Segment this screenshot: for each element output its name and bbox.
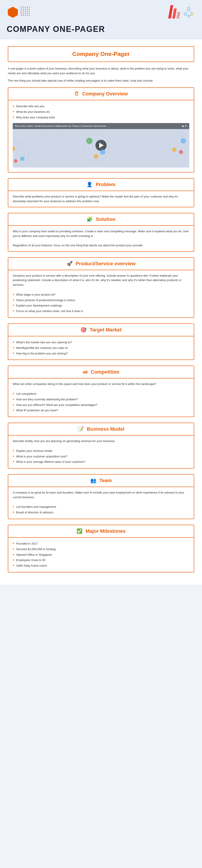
intro-para1: A one-pager is a brief outline of your b… — [8, 66, 194, 76]
list-item: What do your business do — [13, 109, 189, 115]
title-box-text: Company One-Pager — [72, 51, 130, 57]
dots-icon — [21, 7, 31, 17]
list-item: What IP protection do you have? — [13, 408, 189, 413]
milestone-item: Secured $1,000,000 in funding — [13, 547, 189, 552]
page-title-area: COMPANY ONE-PAGER — [0, 22, 202, 39]
svg-point-22 — [180, 138, 186, 144]
svg-point-4 — [184, 13, 186, 15]
list-item: How are you different? What are your com… — [13, 402, 189, 408]
competition-list: List competitors How are they currently … — [13, 391, 189, 413]
svg-point-5 — [191, 13, 193, 15]
product-body: Introduce your product or service with a… — [13, 274, 189, 287]
solution-body1: Why is your company best suited to provi… — [13, 229, 189, 239]
header-logo-right — [169, 5, 195, 19]
svg-point-15 — [14, 159, 18, 163]
list-item: Describe who are you. — [13, 104, 189, 109]
target-icon: 🎯 — [80, 327, 86, 333]
section-competition: 🏎 Competition What are other companies d… — [8, 366, 194, 417]
section-header-milestones: ✅ Major Milestones — [8, 525, 194, 538]
header — [0, 0, 202, 22]
list-item: List founders and management — [13, 504, 189, 510]
svg-point-6 — [188, 16, 190, 17]
svg-line-9 — [185, 15, 188, 16]
problem-body: Describe what problems your product or s… — [13, 194, 189, 204]
list-item: Explain your development roadmap. — [13, 303, 189, 309]
list-item: What is your customer acquisition cost? — [13, 454, 189, 459]
solution-body2: Regardless of all your features, focus o… — [13, 243, 189, 248]
solution-icon: 🧩 — [86, 216, 93, 222]
video-embed[interactable]: Bit.ai Intro Video: Smart Document Colla… — [13, 123, 189, 167]
svg-rect-2 — [21, 7, 31, 17]
product-content: Introduce your product or service with a… — [8, 270, 194, 317]
solution-title: Solution — [96, 216, 116, 222]
svg-marker-0 — [8, 7, 18, 18]
section-product-service: 🚀 Product/Service overview Introduce you… — [8, 257, 194, 318]
milestone-item: Employees Grew to 50 — [13, 557, 189, 563]
section-header-competition: 🏎 Competition — [8, 366, 194, 378]
team-body: A company is as good as its team and fou… — [13, 490, 189, 500]
title-box: Company One-Pager — [8, 46, 194, 62]
section-header-company-overview: 🗒 Company Overview — [8, 88, 194, 100]
section-header-business-model: 📝 Business Model — [8, 423, 194, 436]
business-icon: 📝 — [78, 426, 84, 432]
svg-point-24 — [179, 150, 183, 154]
svg-line-10 — [188, 15, 192, 16]
intro-text: A one-pager is a brief outline of your b… — [8, 66, 194, 83]
svg-point-23 — [172, 148, 177, 152]
product-icon: 🚀 — [67, 261, 73, 267]
list-item: Explain your revenue model. — [13, 448, 189, 454]
section-solution: 🧩 Solution Why is your company best suit… — [8, 213, 194, 251]
hex-icon — [7, 6, 19, 18]
problem-icon: 👤 — [86, 182, 93, 187]
header-logo-left — [7, 6, 31, 18]
product-title: Product/Service overview — [76, 261, 136, 267]
competition-icon: 🏎 — [83, 369, 87, 375]
svg-line-8 — [188, 10, 192, 13]
competition-title: Competition — [91, 369, 119, 375]
svg-point-21 — [169, 135, 189, 155]
stripes-icon — [169, 5, 180, 19]
section-header-product-service: 🚀 Product/Service overview — [8, 258, 194, 270]
milestones-content: Founded in 2017 Secured $1,000,000 in fu… — [8, 538, 194, 572]
section-company-overview: 🗒 Company Overview Describe who are you.… — [8, 87, 194, 172]
svg-point-20 — [94, 154, 98, 159]
team-icon: 👥 — [90, 478, 96, 483]
milestones-title: Major Milestones — [85, 528, 125, 534]
competition-body: What are other companies doing in this s… — [13, 382, 189, 386]
list-item: How big is the problem you are solving? — [13, 351, 189, 356]
svg-line-7 — [185, 10, 188, 13]
list-item: Focus on what your solution does, not ho… — [13, 309, 189, 314]
video-bg-svg — [13, 123, 189, 167]
list-item: Identify/profile the customer you cater … — [13, 345, 189, 351]
target-list: What's the market size you are catering … — [13, 340, 189, 356]
milestones-list: Founded in 2017 Secured $1,000,000 in fu… — [13, 541, 189, 569]
svg-point-19 — [100, 149, 105, 155]
team-list: List founders and management Board of di… — [13, 504, 189, 515]
problem-title: Problem — [96, 182, 116, 187]
solution-content: Why is your company best suited to provi… — [8, 226, 194, 251]
list-item: What's the market size you are catering … — [13, 340, 189, 345]
company-overview-title: Company Overview — [82, 91, 128, 96]
main-content: Company One-Pager A one-pager is a brief… — [0, 39, 202, 585]
network-icon — [182, 5, 195, 19]
milestone-item: Opened Office in Singapore — [13, 552, 189, 558]
business-content: Describe briefly, how you are planning o… — [8, 436, 194, 468]
milestones-icon: ✅ — [76, 528, 82, 534]
section-header-solution: 🧩 Solution — [8, 213, 194, 226]
team-title: Team — [99, 478, 112, 483]
milestone-item: Founded in 2017 — [13, 541, 189, 547]
competition-content: What are other companies doing in this s… — [8, 378, 194, 416]
list-item: How are they currently addressing the pr… — [13, 397, 189, 402]
section-target-market: 🎯 Target Market What's the market size y… — [8, 323, 194, 360]
target-title: Target Market — [90, 327, 122, 333]
product-list: What stage is your product at? Share pic… — [13, 292, 189, 314]
list-item: Why does your company exist — [13, 115, 189, 120]
section-header-target-market: 🎯 Target Market — [8, 324, 194, 336]
section-milestones: ✅ Major Milestones Founded in 2017 Secur… — [8, 525, 194, 572]
target-content: What's the market size you are catering … — [8, 336, 194, 360]
intro-para2: The one thing you should take special ca… — [8, 79, 194, 83]
list-item: Share pictures of product/technology in … — [13, 298, 189, 303]
milestone-item: 100K Daily Active Users — [13, 563, 189, 569]
company-overview-content: Describe who are you. What do your busin… — [8, 100, 194, 172]
svg-point-18 — [86, 138, 93, 144]
